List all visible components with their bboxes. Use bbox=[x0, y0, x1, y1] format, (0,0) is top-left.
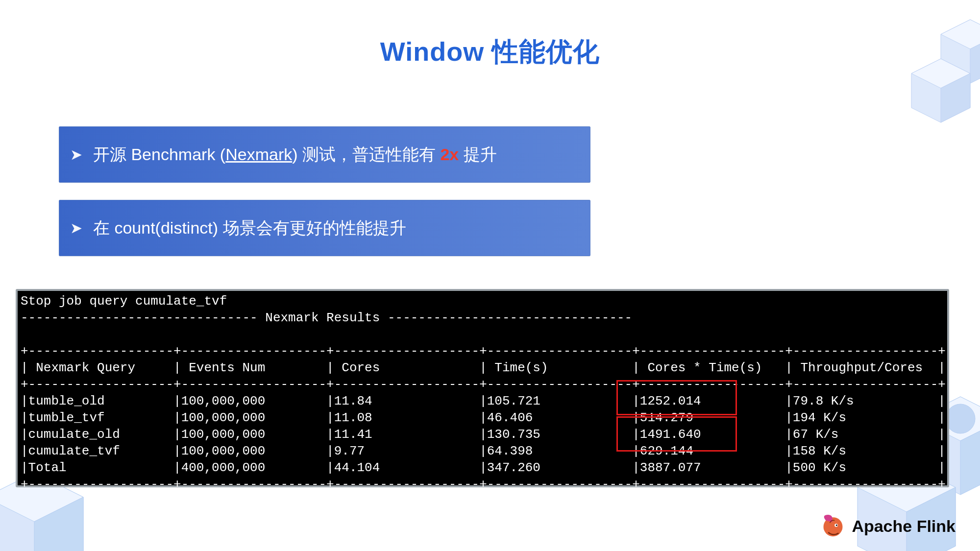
slide: Window 性能优化 ➤ 开源 Benchmark (Nexmark) 测试，… bbox=[0, 0, 980, 551]
bullet-text: 在 count(distinct) 场景会有更好的性能提升 bbox=[93, 217, 406, 240]
svg-marker-15 bbox=[34, 497, 83, 551]
terminal-frame: Stop job query cumulate_tvf ------------… bbox=[16, 289, 949, 487]
chevron-right-icon: ➤ bbox=[70, 146, 82, 163]
highlight-2x: 2x bbox=[440, 145, 459, 164]
brand-text: Apache Flink bbox=[852, 517, 956, 536]
bullet-text-post: 提升 bbox=[459, 145, 496, 164]
bullet-text-pre: 开源 Benchmark ( bbox=[93, 145, 225, 164]
slide-title: Window 性能优化 bbox=[0, 34, 980, 70]
bullet-text: 开源 Benchmark (Nexmark) 测试，普适性能有 2x 提升 bbox=[93, 144, 497, 166]
svg-marker-5 bbox=[941, 73, 970, 122]
bullet-count-distinct: ➤ 在 count(distinct) 场景会有更好的性能提升 bbox=[59, 200, 590, 256]
svg-point-9 bbox=[946, 404, 975, 433]
bullet-benchmark: ➤ 开源 Benchmark (Nexmark) 测试，普适性能有 2x 提升 bbox=[59, 126, 590, 183]
footer: Apache Flink bbox=[820, 513, 956, 539]
decor-cubes-top-right bbox=[872, 15, 980, 142]
chevron-right-icon: ➤ bbox=[70, 219, 82, 237]
nexmark-link[interactable]: Nexmark bbox=[225, 145, 292, 164]
svg-marker-8 bbox=[960, 419, 980, 495]
terminal-output: Stop job query cumulate_tvf ------------… bbox=[18, 291, 947, 485]
flink-squirrel-icon bbox=[820, 513, 846, 539]
bullet-text-mid: ) 测试，普适性能有 bbox=[292, 145, 440, 164]
svg-point-18 bbox=[836, 525, 837, 526]
